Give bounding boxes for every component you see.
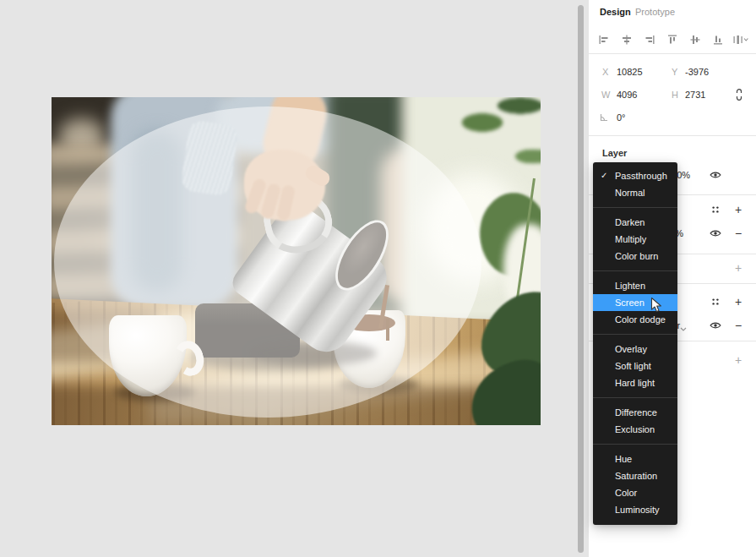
fill-add-icon[interactable]: + (732, 203, 745, 216)
menu-item-label: Color burn (615, 251, 658, 261)
rotation-field[interactable]: 0° (617, 112, 626, 123)
x-field[interactable]: 10825 (617, 67, 643, 77)
blend-menu-group: Difference Exclusion (593, 397, 677, 438)
menu-item-label: Darken (615, 217, 645, 227)
menu-item-multiply[interactable]: Multiply (593, 231, 677, 248)
tab-prototype[interactable]: Prototype (635, 7, 675, 17)
menu-item-overlay[interactable]: Overlay (593, 341, 677, 358)
blend-menu-group: Overlay Soft light Hard light (593, 334, 677, 391)
position-row: X 10825 Y -3976 (589, 61, 756, 83)
menu-item-label: Exclusion (615, 424, 655, 434)
w-label: W (601, 90, 610, 100)
menu-item-label: Lighten (615, 281, 645, 291)
align-horizontal-centers-icon[interactable] (617, 30, 637, 50)
y-field[interactable]: -3976 (685, 67, 709, 77)
h-label: H (672, 90, 678, 100)
alignment-toolbar (594, 29, 751, 51)
divider (589, 135, 756, 136)
layer-section-title: Layer (602, 148, 627, 158)
checkmark-icon: ✓ (601, 167, 607, 184)
h-field[interactable]: 2731 (685, 90, 705, 100)
menu-item-hard-light[interactable]: Hard light (593, 374, 677, 391)
distribute-spacing-menu-icon[interactable] (731, 30, 751, 50)
layer-visibility-eye-icon[interactable] (709, 168, 722, 182)
canvas-image-coffee-pour[interactable] (52, 97, 541, 425)
fill-styles-icon[interactable] (709, 203, 722, 216)
constrain-proportions-icon[interactable] (732, 88, 746, 101)
export-add-icon[interactable]: + (732, 353, 745, 367)
menu-item-label: Hue (615, 454, 632, 464)
menu-item-label: Color dodge (615, 314, 666, 325)
menu-item-difference[interactable]: Difference (593, 404, 677, 421)
stroke-add-icon[interactable]: + (732, 261, 745, 275)
photo-plant-leaves-top (449, 97, 541, 199)
menu-item-color-burn[interactable]: Color burn (593, 248, 677, 265)
chevron-down-icon (677, 322, 690, 336)
menu-item-label: Normal (615, 188, 645, 198)
figma-app-window: { "inspector": { "tabs": { "design": "De… (0, 0, 756, 557)
divider (589, 53, 756, 54)
blend-menu-group: Hue Saturation Color Luminosity (593, 444, 677, 518)
blend-menu-group: Darken Multiply Color burn (593, 207, 677, 265)
menu-item-label: Hard light (615, 378, 655, 388)
inspector-tab-bar: Design Prototype (589, 0, 756, 25)
menu-item-luminosity[interactable]: Luminosity (593, 501, 677, 518)
menu-item-hue[interactable]: Hue (593, 451, 677, 467)
blend-menu-group: Lighten Screen Color dodge (593, 270, 677, 328)
menu-item-color[interactable]: Color (593, 484, 677, 501)
align-right-icon[interactable] (639, 30, 660, 50)
menu-item-saturation[interactable]: Saturation (593, 467, 677, 484)
layer-section-header: Layer (589, 142, 756, 164)
menu-item-screen[interactable]: Screen (593, 294, 677, 311)
menu-item-label: Multiply (615, 234, 646, 244)
menu-item-label: Overlay (615, 344, 647, 354)
x-label: X (602, 67, 608, 77)
align-bottom-icon[interactable] (708, 30, 728, 50)
rotation-row: 0° (589, 106, 756, 128)
menu-item-exclusion[interactable]: Exclusion (593, 421, 677, 438)
menu-item-soft-light[interactable]: Soft light (593, 358, 677, 374)
menu-item-label: Saturation (615, 471, 657, 481)
effects-styles-icon[interactable] (709, 295, 722, 309)
blend-mode-menu: ✓ Passthrough Normal Darken Multiply Col… (593, 162, 677, 525)
mouse-pointer-icon (650, 297, 663, 314)
y-label: Y (672, 67, 677, 77)
effects-add-icon[interactable]: + (732, 295, 745, 309)
menu-item-label: Passthrough (615, 171, 667, 181)
menu-item-passthrough[interactable]: ✓ Passthrough (593, 167, 677, 184)
fill-remove-icon[interactable]: − (732, 227, 745, 240)
w-field[interactable]: 4096 (617, 90, 637, 100)
align-top-icon[interactable] (662, 30, 683, 50)
canvas-vertical-scrollbar[interactable] (578, 5, 584, 553)
align-vertical-centers-icon[interactable] (685, 30, 705, 50)
effect-visibility-eye-icon[interactable] (709, 319, 722, 332)
effect-remove-icon[interactable]: − (732, 319, 745, 332)
ellipse-screen-blend-layer[interactable] (54, 106, 481, 418)
menu-item-label: Screen (615, 298, 645, 308)
fill-visibility-eye-icon[interactable] (709, 227, 722, 240)
menu-item-color-dodge[interactable]: Color dodge (593, 311, 677, 328)
menu-item-label: Soft light (615, 361, 651, 371)
rotation-angle-icon (597, 111, 611, 124)
menu-item-label: Difference (615, 407, 657, 418)
menu-item-darken[interactable]: Darken (593, 214, 677, 231)
blend-menu-group: ✓ Passthrough Normal (593, 167, 677, 201)
menu-item-normal[interactable]: Normal (593, 184, 677, 201)
tab-design[interactable]: Design (600, 7, 631, 17)
menu-item-lighten[interactable]: Lighten (593, 277, 677, 294)
align-left-icon[interactable] (594, 30, 614, 50)
menu-item-label: Luminosity (615, 505, 660, 515)
size-row: W 4096 H 2731 (589, 84, 756, 106)
menu-item-label: Color (615, 488, 637, 498)
